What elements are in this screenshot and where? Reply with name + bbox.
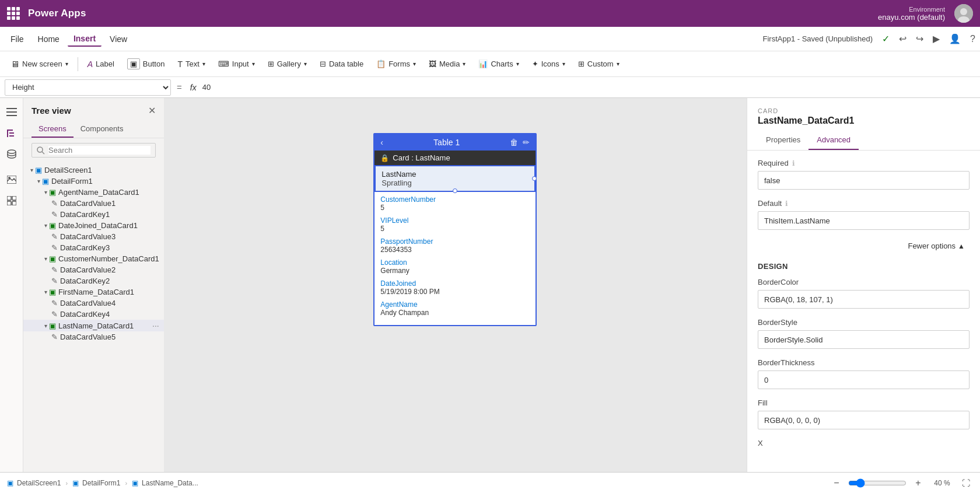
canvas-area[interactable]: ‹ Table 1 🗑 ✏ 🔒 Card : LastName LastName… xyxy=(164,98,747,472)
item-more-button[interactable]: ··· xyxy=(152,321,159,330)
table-edit-button[interactable]: ✏ xyxy=(523,138,530,147)
border-style-input[interactable] xyxy=(758,330,970,349)
redo-icon[interactable]: ↪ xyxy=(916,33,923,44)
tree-item-datacardvalue1[interactable]: ✎ DataCardValue1 xyxy=(23,198,164,209)
tree-item-datacardkey2[interactable]: ✎ DataCardKey2 xyxy=(23,275,164,286)
tree-tab-components[interactable]: Components xyxy=(74,121,131,138)
breadcrumb-form[interactable]: ▣ DetailForm1 xyxy=(72,479,120,487)
forms-button[interactable]: 📋 Forms ▾ xyxy=(370,57,422,71)
tree-item-datacardvalue2[interactable]: ✎ DataCardValue2 xyxy=(23,264,164,275)
tree-item-detailscreen1[interactable]: ▾ ▣ DetailScreen1 xyxy=(23,165,164,176)
tree-item-datejoined[interactable]: ▾ ▣ DateJoined_DataCard1 xyxy=(23,220,164,231)
tree-item-datacardkey4[interactable]: ✎ DataCardKey4 xyxy=(23,309,164,320)
custom-arrow: ▾ xyxy=(617,61,620,67)
play-icon[interactable]: ▶ xyxy=(933,33,940,44)
resize-handle-bottom[interactable] xyxy=(453,188,457,193)
tree-item-customernumber[interactable]: ▾ ▣ CustomerNumber_DataCard1 xyxy=(23,253,164,264)
breadcrumb-screen[interactable]: ▣ DetailScreen1 xyxy=(7,479,61,487)
breadcrumb-screen-label: DetailScreen1 xyxy=(17,479,61,487)
chevron-expanded: ▾ xyxy=(44,256,47,262)
card-field-name-0: LastName xyxy=(382,170,416,179)
fill-input[interactable] xyxy=(758,411,970,429)
resize-handle-right[interactable] xyxy=(532,176,537,181)
tree-item-label: LastName_DataCard1 xyxy=(58,321,134,330)
forms-icon: 📋 xyxy=(376,60,386,68)
equals-sign: = xyxy=(174,82,184,92)
media-button[interactable]: 🖼 Media ▾ xyxy=(423,57,471,71)
undo-icon[interactable]: ↩ xyxy=(899,33,907,44)
tree-item-datacardkey3[interactable]: ✎ DataCardKey3 xyxy=(23,242,164,253)
top-bar: Power Apps Environment enayu.com (defaul… xyxy=(0,0,980,27)
chevron-expanded: ▾ xyxy=(44,323,47,329)
chevron-expanded: ▾ xyxy=(44,289,47,295)
help-icon[interactable]: ? xyxy=(970,34,975,44)
new-screen-button[interactable]: 🖥 New screen ▾ xyxy=(5,56,74,72)
field-name-2: VIPLevel xyxy=(380,216,530,225)
account-icon[interactable]: 👤 xyxy=(949,33,961,44)
field-row-6: AgentName Andy Champan xyxy=(380,300,530,317)
menu-home[interactable]: Home xyxy=(32,32,65,46)
user-avatar[interactable] xyxy=(954,4,973,23)
tree-close-button[interactable]: ✕ xyxy=(148,105,156,116)
border-color-input[interactable] xyxy=(758,290,970,309)
breadcrumb-form-icon: ▣ xyxy=(72,479,79,487)
sidebar-media-icon[interactable] xyxy=(2,170,21,189)
table-back-button[interactable]: ‹ xyxy=(380,138,383,147)
tree-item-datacardvalue5[interactable]: ✎ DataCardValue5 xyxy=(23,331,164,342)
field-row-2: VIPLevel 5 xyxy=(380,216,530,233)
gallery-button[interactable]: ⊞ Gallery ▾ xyxy=(262,57,313,71)
rp-tab-advanced[interactable]: Advanced xyxy=(808,131,859,150)
search-input[interactable] xyxy=(48,146,150,155)
value-icon: ✎ xyxy=(51,310,58,319)
default-label-text: Default xyxy=(758,199,782,208)
button-icon: ▣ xyxy=(127,58,140,69)
table-delete-button[interactable]: 🗑 xyxy=(510,138,518,147)
tree-tab-screens[interactable]: Screens xyxy=(32,121,74,138)
menu-view[interactable]: View xyxy=(104,32,133,46)
fewer-options-label: Fewer options xyxy=(908,242,956,250)
required-input[interactable] xyxy=(758,171,970,190)
text-button[interactable]: T Text ▾ xyxy=(172,57,211,72)
fewer-options-button[interactable]: Fewer options ▲ xyxy=(903,239,970,253)
tree-item-datacardvalue3[interactable]: ✎ DataCardValue3 xyxy=(23,231,164,242)
breadcrumb-card[interactable]: ▣ LastName_Data... xyxy=(132,479,198,487)
zoom-in-button[interactable]: + xyxy=(911,476,925,490)
default-input[interactable] xyxy=(758,211,970,230)
input-button[interactable]: ⌨ Input ▾ xyxy=(212,57,261,71)
zoom-out-button[interactable]: − xyxy=(830,476,844,490)
tree-item-firstname[interactable]: ▾ ▣ FirstName_DataCard1 xyxy=(23,286,164,298)
tree-item-detailform1[interactable]: ▾ ▣ DetailForm1 xyxy=(23,176,164,187)
menu-insert[interactable]: Insert xyxy=(68,32,102,47)
sidebar-menu-icon[interactable] xyxy=(2,103,21,121)
field-name-1: CustomerNumber xyxy=(380,195,530,204)
table-widget[interactable]: ‹ Table 1 🗑 ✏ 🔒 Card : LastName LastName… xyxy=(373,133,537,326)
button-button[interactable]: ▣ Button xyxy=(121,55,171,72)
data-table-button[interactable]: ⊟ Data table xyxy=(314,57,369,71)
environment-block: Environment enayu.com (default) xyxy=(878,6,945,22)
border-thickness-input[interactable] xyxy=(758,370,970,389)
tree-item-datacardkey1[interactable]: ✎ DataCardKey1 xyxy=(23,209,164,220)
charts-button[interactable]: 📊 Charts ▾ xyxy=(473,57,524,71)
property-selector[interactable]: Height xyxy=(5,79,171,96)
rp-tab-properties[interactable]: Properties xyxy=(758,131,808,150)
sidebar-icon-strip xyxy=(0,98,23,472)
custom-button[interactable]: ⊞ Custom ▾ xyxy=(572,57,625,71)
label-button[interactable]: A Label xyxy=(82,57,120,72)
chevron-expanded: ▾ xyxy=(44,189,47,195)
sidebar-data-icon[interactable] xyxy=(2,145,21,163)
waffle-menu[interactable] xyxy=(7,7,20,20)
tree-item-agentname[interactable]: ▾ ▣ AgentName_DataCard1 xyxy=(23,187,164,198)
icons-button[interactable]: ✦ Icons ▾ xyxy=(526,57,571,71)
border-thickness-label: BorderThickness xyxy=(758,358,970,367)
formula-input[interactable] xyxy=(202,79,975,96)
field-name-4: Location xyxy=(380,258,530,267)
tree-item-label: DataCardKey1 xyxy=(60,210,110,219)
sidebar-components-icon[interactable] xyxy=(2,191,21,210)
tree-item-lastname-selected[interactable]: ▾ ▣ LastName_DataCard1 ··· xyxy=(23,320,164,331)
menu-file[interactable]: File xyxy=(5,32,30,46)
tree-item-datacardvalue4[interactable]: ✎ DataCardValue4 xyxy=(23,298,164,309)
selected-card-area[interactable]: LastName Spratling xyxy=(374,165,536,192)
fullscreen-button[interactable]: ⛶ xyxy=(959,476,973,490)
zoom-slider[interactable] xyxy=(848,478,907,488)
sidebar-treeview-icon[interactable] xyxy=(2,124,21,142)
